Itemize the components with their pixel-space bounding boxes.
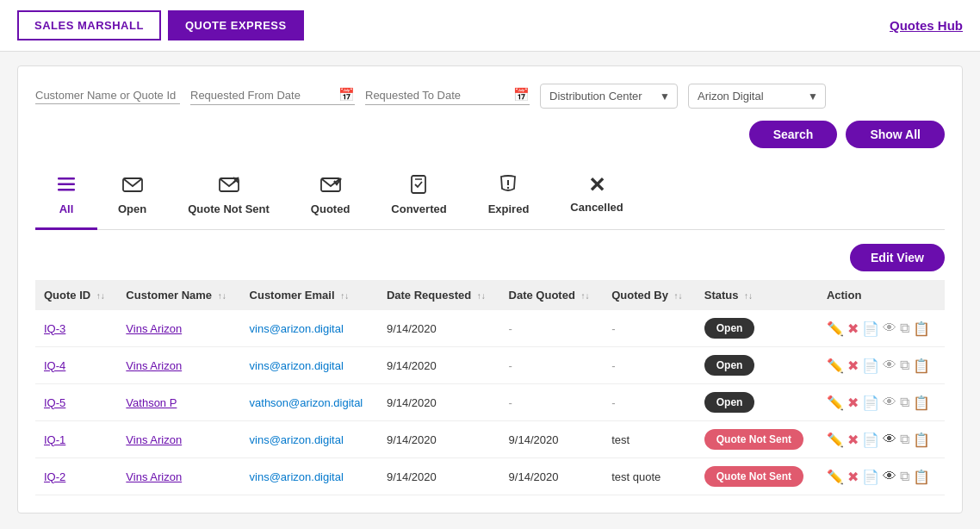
quoted-tab-icon [319, 175, 342, 197]
action-view-icon[interactable]: 👁 [883, 358, 896, 373]
customer-name-cell[interactable]: Vins Arizon [117, 458, 240, 495]
action-view-icon[interactable]: 👁 [883, 469, 896, 484]
quote-id-cell[interactable]: IQ-2 [35, 458, 117, 495]
sort-quote-id-icon[interactable]: ↑↓ [96, 291, 105, 301]
col-quoted-by: Quoted By ↑↓ [603, 280, 696, 310]
action-copy-icon[interactable]: ⧉ [900, 432, 909, 447]
distribution-center-select[interactable]: Distribution Center Center A Center B [549, 90, 668, 103]
action-pdf-icon[interactable]: 📄 [862, 321, 879, 337]
action-copy-icon[interactable]: ⧉ [900, 321, 909, 336]
status-cell: Open [696, 347, 818, 384]
date-quoted-cell: - [500, 310, 604, 347]
action-delete-icon[interactable]: ✖ [847, 321, 859, 337]
date-quoted-cell: - [500, 384, 604, 421]
tab-converted[interactable]: Converted [370, 166, 467, 230]
tab-all[interactable]: All [35, 166, 97, 230]
action-icons: ✏️ ✖ 📄 👁 ⧉ 📋 [827, 395, 936, 411]
action-delete-icon[interactable]: ✖ [847, 358, 859, 374]
customer-email-cell[interactable]: vins@arizon.digital [241, 310, 378, 347]
action-view-icon[interactable]: 👁 [883, 321, 896, 336]
action-copy-icon[interactable]: ⧉ [900, 469, 909, 484]
action-cell: ✏️ ✖ 📄 👁 ⧉ 📋 [818, 310, 945, 347]
customer-name-filter[interactable] [35, 89, 180, 104]
action-clone-icon[interactable]: 📋 [913, 358, 930, 374]
action-pdf-icon[interactable]: 📄 [862, 358, 879, 374]
action-edit-icon[interactable]: ✏️ [827, 469, 844, 485]
quote-id-cell[interactable]: IQ-3 [35, 310, 117, 347]
sort-date-requested-icon[interactable]: ↑↓ [477, 291, 486, 301]
quote-id-cell[interactable]: IQ-4 [35, 347, 117, 384]
action-cell: ✏️ ✖ 📄 👁 ⧉ 📋 [818, 458, 945, 495]
action-cell: ✏️ ✖ 📄 👁 ⧉ 📋 [818, 384, 945, 421]
action-edit-icon[interactable]: ✏️ [827, 358, 844, 374]
quote-express-button[interactable]: QUOTE EXPRESS [168, 10, 304, 40]
action-icons: ✏️ ✖ 📄 👁 ⧉ 📋 [827, 358, 936, 374]
action-delete-icon[interactable]: ✖ [847, 469, 859, 485]
sort-status-icon[interactable]: ↑↓ [744, 291, 753, 301]
customer-email-cell[interactable]: vins@arizon.digital [241, 458, 378, 495]
search-button[interactable]: Search [749, 121, 838, 148]
col-date-quoted: Date Quoted ↑↓ [500, 280, 604, 310]
action-delete-icon[interactable]: ✖ [847, 432, 859, 448]
show-all-button[interactable]: Show All [846, 121, 945, 148]
company-select[interactable]: Arizon Digital Company B Company C [698, 90, 816, 103]
action-copy-icon[interactable]: ⧉ [900, 358, 909, 373]
customer-email-cell[interactable]: vathson@arizon.digital [241, 384, 378, 421]
quoted-by-cell: - [603, 310, 696, 347]
table-row: IQ-1 Vins Arizon vins@arizon.digital 9/1… [35, 421, 945, 458]
quote-id-cell[interactable]: IQ-1 [35, 421, 117, 458]
status-cell: Quote Not Sent [696, 421, 818, 458]
action-clone-icon[interactable]: 📋 [913, 395, 930, 411]
edit-view-button[interactable]: Edit View [850, 244, 945, 271]
quote-id-cell[interactable]: IQ-5 [35, 384, 117, 421]
quotes-hub-link[interactable]: Quotes Hub [890, 18, 963, 33]
customer-name-cell[interactable]: Vathson P [117, 384, 240, 421]
action-clone-icon[interactable]: 📋 [913, 432, 930, 448]
customer-name-input[interactable] [35, 89, 180, 102]
customer-name-cell[interactable]: Vins Arizon [117, 347, 240, 384]
tab-open-label: Open [118, 202, 146, 215]
to-date-filter[interactable]: 📅 [365, 87, 530, 105]
action-pdf-icon[interactable]: 📄 [862, 395, 879, 411]
action-edit-icon[interactable]: ✏️ [827, 432, 844, 448]
filter-row: 📅 📅 Distribution Center Center A Center … [35, 84, 945, 109]
sort-customer-name-icon[interactable]: ↑↓ [218, 291, 226, 301]
action-edit-icon[interactable]: ✏️ [827, 321, 844, 337]
action-view-icon[interactable]: 👁 [883, 432, 896, 447]
action-edit-icon[interactable]: ✏️ [827, 395, 844, 411]
customer-email-cell[interactable]: vins@arizon.digital [241, 421, 378, 458]
date-quoted-cell: 9/14/2020 [500, 421, 604, 458]
to-date-input[interactable] [365, 89, 510, 102]
top-bar: SALES MARSHALL QUOTE EXPRESS Quotes Hub [0, 0, 980, 52]
tab-quoted[interactable]: Quoted [290, 166, 371, 230]
distribution-center-select-wrapper[interactable]: Distribution Center Center A Center B ▼ [540, 84, 678, 109]
sort-customer-email-icon[interactable]: ↑↓ [340, 291, 349, 301]
action-clone-icon[interactable]: 📋 [913, 469, 930, 485]
company-select-wrapper[interactable]: Arizon Digital Company B Company C ▼ [688, 84, 826, 109]
sales-marshall-button[interactable]: SALES MARSHALL [17, 10, 161, 40]
customer-name-cell[interactable]: Vins Arizon [117, 310, 240, 347]
col-customer-name: Customer Name ↑↓ [117, 280, 240, 310]
sort-quoted-by-icon[interactable]: ↑↓ [674, 291, 683, 301]
action-pdf-icon[interactable]: 📄 [862, 469, 879, 485]
tab-open[interactable]: Open [97, 166, 167, 230]
tab-expired[interactable]: Expired [468, 166, 550, 230]
action-delete-icon[interactable]: ✖ [847, 395, 859, 411]
customer-name-cell[interactable]: Vins Arizon [117, 421, 240, 458]
quoted-by-cell: test quote [603, 458, 696, 495]
action-clone-icon[interactable]: 📋 [913, 321, 930, 337]
cancelled-tab-icon: ✕ [588, 175, 605, 196]
customer-email-cell[interactable]: vins@arizon.digital [241, 347, 378, 384]
tab-cancelled[interactable]: ✕ Cancelled [549, 166, 643, 230]
sort-date-quoted-icon[interactable]: ↑↓ [581, 291, 590, 301]
tab-quote-not-sent[interactable]: Quote Not Sent [167, 166, 290, 230]
from-date-calendar-icon: 📅 [338, 87, 355, 103]
action-view-icon[interactable]: 👁 [883, 395, 896, 410]
action-pdf-icon[interactable]: 📄 [862, 432, 879, 448]
tab-quote-not-sent-label: Quote Not Sent [188, 202, 270, 215]
from-date-input[interactable] [190, 89, 335, 102]
from-date-filter[interactable]: 📅 [190, 87, 355, 105]
status-badge: Quote Not Sent [704, 429, 803, 450]
action-icons: ✏️ ✖ 📄 👁 ⧉ 📋 [827, 432, 936, 448]
action-copy-icon[interactable]: ⧉ [900, 395, 909, 410]
